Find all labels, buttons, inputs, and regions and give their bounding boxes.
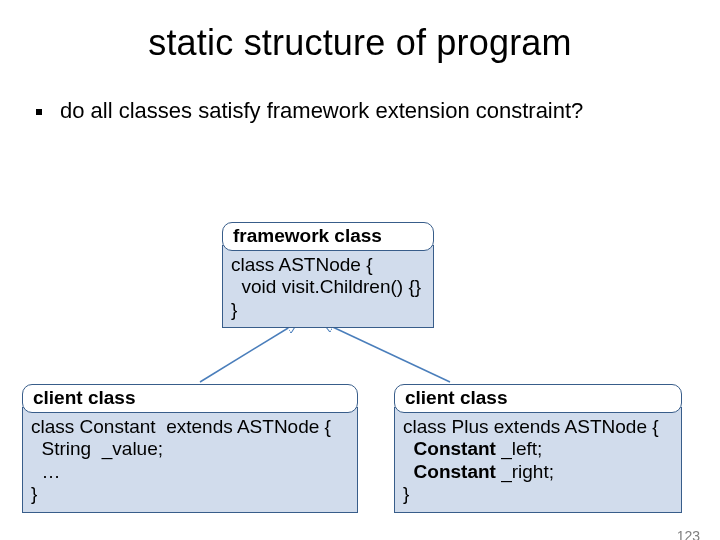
framework-label: framework class xyxy=(222,222,434,251)
code-line: class Plus extends ASTNode { xyxy=(403,416,659,437)
code-line: … xyxy=(31,461,61,482)
code-line: } xyxy=(403,483,409,504)
page-number: 123 xyxy=(677,528,700,540)
framework-code: class ASTNode { void visit.Children() {}… xyxy=(222,245,434,328)
code-line: Constant _right; xyxy=(403,461,554,482)
code-line: } xyxy=(31,483,37,504)
svg-line-0 xyxy=(200,322,298,382)
bullet-item: do all classes satisfy framework extensi… xyxy=(36,98,720,124)
client-class-left-box: client class class Constant extends ASTN… xyxy=(22,384,358,513)
client-left-label: client class xyxy=(22,384,358,413)
slide: static structure of program do all class… xyxy=(0,22,720,540)
code-line: class Constant extends ASTNode { xyxy=(31,416,331,437)
svg-line-1 xyxy=(322,322,450,382)
code-line: Constant _left; xyxy=(403,438,542,459)
bullet-text: do all classes satisfy framework extensi… xyxy=(60,98,583,124)
client-left-code: class Constant extends ASTNode { String … xyxy=(22,407,358,513)
client-right-code: class Plus extends ASTNode { Constant _l… xyxy=(394,407,682,513)
slide-title: static structure of program xyxy=(0,22,720,64)
client-right-label: client class xyxy=(394,384,682,413)
framework-class-box: framework class class ASTNode { void vis… xyxy=(222,222,434,328)
bullet-dot-icon xyxy=(36,109,42,115)
client-class-right-box: client class class Plus extends ASTNode … xyxy=(394,384,682,513)
code-line: String _value; xyxy=(31,438,163,459)
